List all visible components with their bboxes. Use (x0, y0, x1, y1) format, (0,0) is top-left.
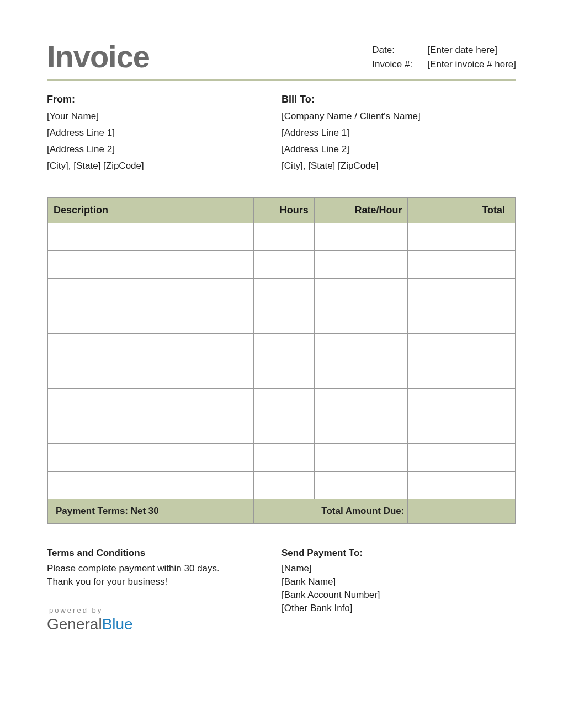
items-table: Description Hours Rate/Hour Total Paymen… (47, 197, 516, 524)
table-row (47, 472, 516, 499)
cell-total[interactable] (408, 416, 516, 444)
total-due-value (408, 499, 516, 524)
cell-hours[interactable] (253, 306, 314, 334)
from-city[interactable]: [City], [State] [ZipCode] (47, 160, 282, 172)
cell-hours[interactable] (253, 444, 314, 472)
invoice-number-value[interactable]: [Enter invoice # here] (427, 59, 516, 70)
cell-total[interactable] (408, 444, 516, 472)
date-value[interactable]: [Enter date here] (427, 45, 497, 56)
cell-total[interactable] (408, 279, 516, 306)
cell-description[interactable] (47, 306, 253, 334)
cell-hours[interactable] (253, 251, 314, 279)
table-header-row: Description Hours Rate/Hour Total (47, 197, 516, 223)
table-row (47, 306, 516, 334)
col-rate: Rate/Hour (314, 197, 408, 223)
cell-rate[interactable] (314, 361, 408, 389)
from-block: From: [Your Name] [Address Line 1] [Addr… (47, 94, 282, 177)
invoice-meta: Date: [Enter date here] Invoice #: [Ente… (372, 45, 516, 74)
cell-rate[interactable] (314, 279, 408, 306)
cell-hours[interactable] (253, 416, 314, 444)
cell-description[interactable] (47, 334, 253, 361)
table-row (47, 416, 516, 444)
payto-heading: Send Payment To: (282, 548, 516, 559)
cell-description[interactable] (47, 361, 253, 389)
billto-name[interactable]: [Company Name / Client's Name] (282, 111, 516, 122)
cell-total[interactable] (408, 306, 516, 334)
table-row (47, 223, 516, 251)
payto-account[interactable]: [Bank Account Number] (282, 590, 516, 601)
cell-hours[interactable] (253, 361, 314, 389)
cell-total[interactable] (408, 334, 516, 361)
cell-rate[interactable] (314, 444, 408, 472)
billto-addr1[interactable]: [Address Line 1] (282, 127, 516, 138)
table-row (47, 389, 516, 416)
payto-bank[interactable]: [Bank Name] (282, 576, 516, 587)
from-heading: From: (47, 94, 282, 105)
billto-city[interactable]: [City], [State] [ZipCode] (282, 160, 516, 172)
cell-rate[interactable] (314, 306, 408, 334)
cell-description[interactable] (47, 279, 253, 306)
payment-terms: Payment Terms: Net 30 (47, 499, 253, 524)
payto-block: Send Payment To: [Name] [Bank Name] [Ban… (282, 548, 516, 633)
cell-description[interactable] (47, 389, 253, 416)
col-total: Total (408, 197, 516, 223)
invoice-title: Invoice (47, 39, 150, 74)
cell-rate[interactable] (314, 251, 408, 279)
cell-description[interactable] (47, 416, 253, 444)
date-label: Date: (372, 45, 417, 56)
cell-rate[interactable] (314, 472, 408, 499)
terms-block: Terms and Conditions Please complete pay… (47, 548, 282, 633)
cell-hours[interactable] (253, 334, 314, 361)
cell-description[interactable] (47, 223, 253, 251)
table-row (47, 334, 516, 361)
cell-total[interactable] (408, 472, 516, 499)
from-name[interactable]: [Your Name] (47, 111, 282, 122)
col-hours: Hours (253, 197, 314, 223)
cell-total[interactable] (408, 389, 516, 416)
payto-other[interactable]: [Other Bank Info] (282, 603, 516, 614)
total-due-label: Total Amount Due: (253, 499, 408, 524)
cell-description[interactable] (47, 472, 253, 499)
cell-rate[interactable] (314, 416, 408, 444)
cell-hours[interactable] (253, 223, 314, 251)
table-row (47, 251, 516, 279)
table-row (47, 279, 516, 306)
billto-heading: Bill To: (282, 94, 516, 105)
header: Invoice Date: [Enter date here] Invoice … (47, 39, 516, 81)
terms-heading: Terms and Conditions (47, 548, 282, 559)
cell-rate[interactable] (314, 389, 408, 416)
billto-block: Bill To: [Company Name / Client's Name] … (282, 94, 516, 177)
cell-hours[interactable] (253, 389, 314, 416)
brand-name: GeneralBlue (47, 615, 282, 633)
invoice-number-label: Invoice #: (372, 59, 417, 70)
powered-by-label: powered by (49, 606, 282, 614)
table-row (47, 444, 516, 472)
cell-description[interactable] (47, 444, 253, 472)
bottom-section: Terms and Conditions Please complete pay… (47, 548, 516, 633)
table-footer-row: Payment Terms: Net 30 Total Amount Due: (47, 499, 516, 524)
col-description: Description (47, 197, 253, 223)
from-addr1[interactable]: [Address Line 1] (47, 127, 282, 138)
brand-part1: General (47, 615, 102, 633)
terms-line1: Please complete payment within 30 days. (47, 563, 282, 574)
cell-total[interactable] (408, 251, 516, 279)
table-row (47, 361, 516, 389)
from-addr2[interactable]: [Address Line 2] (47, 144, 282, 155)
parties: From: [Your Name] [Address Line 1] [Addr… (47, 94, 516, 177)
cell-hours[interactable] (253, 472, 314, 499)
cell-total[interactable] (408, 361, 516, 389)
branding: powered by GeneralBlue (47, 606, 282, 633)
payto-name[interactable]: [Name] (282, 563, 516, 574)
brand-part2: Blue (102, 615, 133, 633)
cell-total[interactable] (408, 223, 516, 251)
billto-addr2[interactable]: [Address Line 2] (282, 144, 516, 155)
cell-rate[interactable] (314, 223, 408, 251)
cell-description[interactable] (47, 251, 253, 279)
cell-hours[interactable] (253, 279, 314, 306)
cell-rate[interactable] (314, 334, 408, 361)
terms-line2: Thank you for your business! (47, 576, 282, 587)
